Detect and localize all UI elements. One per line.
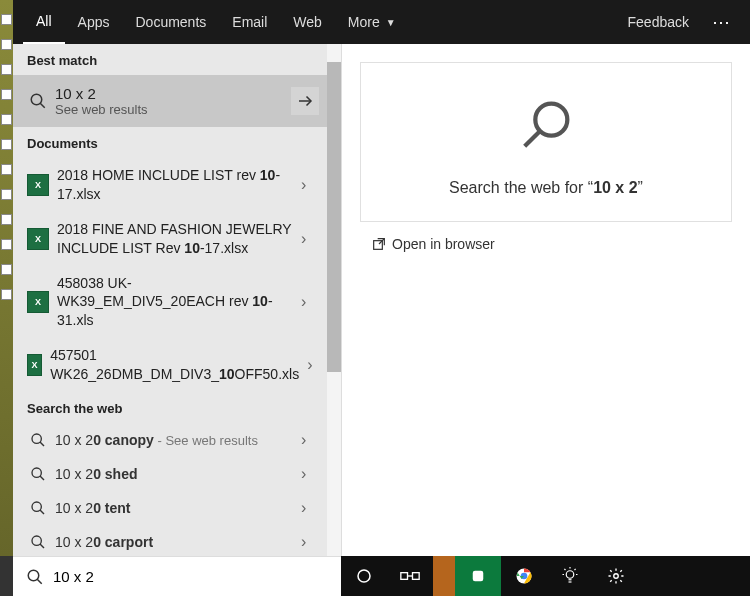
svg-line-18	[37, 579, 42, 584]
chrome-icon[interactable]	[501, 556, 547, 596]
desktop-edge	[0, 0, 13, 556]
web-result[interactable]: 10 x 20 carport ›	[13, 525, 327, 556]
document-result[interactable]: X 2018 HOME INCLUDE LIST rev 10-17.xlsx …	[13, 158, 327, 212]
tab-apps[interactable]: Apps	[65, 0, 123, 44]
search-icon	[27, 466, 49, 482]
chevron-right-icon[interactable]: ›	[301, 499, 319, 517]
svg-point-19	[358, 570, 370, 582]
search-icon	[23, 568, 47, 586]
svg-point-13	[535, 104, 567, 136]
search-input[interactable]	[47, 568, 331, 585]
open-external-icon	[366, 236, 392, 252]
desktop-icon[interactable]	[1, 39, 12, 50]
search-icon	[27, 500, 49, 516]
search-icon	[27, 534, 49, 550]
svg-point-0	[31, 94, 42, 105]
excel-icon: X	[27, 174, 49, 196]
chevron-right-icon[interactable]: ›	[301, 293, 319, 311]
open-in-browser-label: Open in browser	[392, 236, 495, 252]
desktop-icon[interactable]	[1, 214, 12, 225]
settings-icon[interactable]	[593, 556, 639, 596]
results-list: Best match 10 x 2 See web results Docume…	[13, 44, 341, 556]
document-result[interactable]: X 458038 UK-WK39_EM_DIV5_20EACH rev 10-3…	[13, 266, 327, 339]
desktop-icon[interactable]	[1, 164, 12, 175]
arrow-right-icon[interactable]	[291, 87, 319, 115]
chevron-right-icon[interactable]: ›	[301, 465, 319, 483]
tab-more-label: More	[348, 14, 380, 30]
search-panel: All Apps Documents Email Web More ▼ Feed…	[13, 0, 750, 556]
taskbar-app-green[interactable]	[455, 556, 501, 596]
task-view-icon[interactable]	[387, 556, 433, 596]
filter-tabs: All Apps Documents Email Web More ▼ Feed…	[13, 0, 750, 44]
svg-line-31	[575, 569, 576, 570]
desktop-icon[interactable]	[1, 114, 12, 125]
tips-icon[interactable]	[547, 556, 593, 596]
desktop-icon[interactable]	[1, 89, 12, 100]
desktop-icon[interactable]	[1, 139, 12, 150]
tab-documents[interactable]: Documents	[122, 0, 219, 44]
svg-line-10	[40, 544, 44, 548]
document-result[interactable]: X 2018 FINE AND FASHION JEWELRY INCLUDE …	[13, 212, 327, 266]
tab-web[interactable]: Web	[280, 0, 335, 44]
excel-icon: X	[27, 354, 42, 376]
taskbar-app[interactable]	[433, 556, 455, 596]
cortana-icon[interactable]	[341, 556, 387, 596]
desktop-icon[interactable]	[1, 289, 12, 300]
preview-card: Search the web for “10 x 2”	[360, 62, 732, 222]
web-result[interactable]: 10 x 20 canopy - See web results ›	[13, 423, 327, 457]
web-result-text: 10 x 20 shed	[49, 466, 301, 482]
web-result-text: 10 x 20 canopy - See web results	[49, 432, 301, 448]
search-bar[interactable]	[13, 556, 341, 596]
web-result-text: 10 x 20 tent	[49, 500, 301, 516]
document-name: 458038 UK-WK39_EM_DIV5_20EACH rev 10-31.…	[49, 274, 301, 331]
best-match-subtitle: See web results	[55, 102, 291, 117]
chevron-right-icon[interactable]: ›	[307, 356, 319, 374]
excel-icon: X	[27, 228, 49, 250]
svg-point-9	[32, 536, 41, 545]
desktop-icon[interactable]	[1, 189, 12, 200]
preview-pane: Search the web for “10 x 2” Open in brow…	[341, 44, 750, 556]
web-result[interactable]: 10 x 20 tent ›	[13, 491, 327, 525]
svg-rect-20	[401, 573, 408, 580]
more-options-button[interactable]: ⋯	[702, 11, 740, 33]
svg-line-14	[525, 132, 540, 147]
desktop-icon[interactable]	[1, 64, 12, 75]
chevron-down-icon: ▼	[386, 17, 396, 28]
section-best-match: Best match	[13, 44, 341, 75]
web-result[interactable]: 10 x 20 shed ›	[13, 457, 327, 491]
best-match-item[interactable]: 10 x 2 See web results	[13, 75, 327, 127]
search-icon	[27, 432, 49, 448]
open-in-browser-button[interactable]: Open in browser	[360, 222, 732, 266]
desktop-icon[interactable]	[1, 264, 12, 275]
document-name: 2018 FINE AND FASHION JEWELRY INCLUDE LI…	[49, 220, 301, 258]
scrollbar[interactable]	[327, 44, 341, 556]
section-search-web: Search the web	[13, 392, 341, 423]
tab-email[interactable]: Email	[219, 0, 280, 44]
desktop-icon[interactable]	[1, 14, 12, 25]
chevron-right-icon[interactable]: ›	[301, 533, 319, 551]
chevron-right-icon[interactable]: ›	[301, 176, 319, 194]
svg-line-1	[40, 103, 45, 108]
taskbar	[341, 556, 750, 596]
svg-line-8	[40, 510, 44, 514]
svg-point-3	[32, 434, 41, 443]
feedback-link[interactable]: Feedback	[615, 0, 702, 44]
web-result-text: 10 x 20 carport	[49, 534, 301, 550]
svg-point-34	[614, 574, 619, 579]
search-icon	[514, 93, 578, 157]
svg-point-7	[32, 502, 41, 511]
section-documents: Documents	[13, 127, 341, 158]
search-icon	[27, 92, 49, 110]
document-result[interactable]: X 457501 WK26_26DMB_DM_DIV3_10OFF50.xls …	[13, 338, 327, 392]
preview-title: Search the web for “10 x 2”	[371, 179, 721, 197]
svg-point-5	[32, 468, 41, 477]
tab-more[interactable]: More ▼	[335, 0, 409, 44]
svg-rect-23	[473, 571, 484, 582]
svg-line-30	[564, 569, 565, 570]
desktop-icon[interactable]	[1, 239, 12, 250]
tab-all[interactable]: All	[23, 0, 65, 44]
best-match-title: 10 x 2	[55, 85, 291, 102]
scrollbar-thumb[interactable]	[327, 62, 341, 372]
chevron-right-icon[interactable]: ›	[301, 230, 319, 248]
chevron-right-icon[interactable]: ›	[301, 431, 319, 449]
